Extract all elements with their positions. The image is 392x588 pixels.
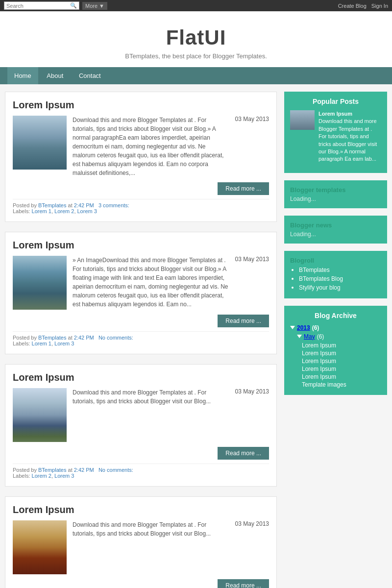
search-input[interactable]: [6, 3, 70, 9]
site-title: FlatUI: [5, 26, 387, 49]
blogroll-list: BTemplates BTemplates Blog Stylify your …: [290, 266, 381, 291]
popular-post-thumb: [290, 110, 315, 130]
more-button[interactable]: More ▼: [82, 2, 107, 10]
author-link[interactable]: BTemplates: [38, 467, 66, 473]
sidebar: Popular Posts Lorem Ipsum Download this …: [284, 92, 387, 588]
blogroll-link-btemplates[interactable]: BTemplates: [299, 267, 330, 273]
blogroll-link-btemplates-blog[interactable]: BTemplates Blog: [299, 275, 343, 282]
archive-month: May (6): [297, 333, 381, 340]
post-footer: Read more ...: [13, 182, 269, 195]
archive-post-link[interactable]: Lorem Ipsum: [302, 342, 381, 349]
blogroll-item: BTemplates Blog: [299, 275, 381, 282]
popular-post-text: Lorem Ipsum Download this and more Blogg…: [318, 110, 381, 163]
read-more-button[interactable]: Read more ...: [218, 182, 269, 195]
label-link[interactable]: Lorem 2: [32, 473, 51, 479]
archive-year: 2013 (6): [290, 324, 381, 331]
blogger-templates-widget: Blogger templates Loading...: [284, 180, 387, 208]
post-title: Lorem Ipsum: [13, 372, 269, 383]
blogger-templates-title: Blogger templates: [290, 186, 381, 194]
blogroll-item: BTemplates: [299, 266, 381, 273]
post-time-link[interactable]: 2:42 PM: [74, 202, 94, 208]
blogger-templates-loading: Loading...: [290, 196, 381, 202]
post-body: » An ImageDownload this and more Blogger…: [13, 256, 269, 310]
post-date: 03 May 2013: [235, 116, 269, 177]
post-footer: Read more ...: [13, 579, 269, 588]
post-meta: Posted by BTemplates at 2:42 PM No comme…: [13, 464, 269, 479]
create-blog-link[interactable]: Create Blog: [338, 3, 367, 9]
post-text: Download this and more Blogger Templates…: [73, 520, 229, 574]
post-title-link[interactable]: Lorem Ipsum: [13, 240, 74, 250]
post-image: [13, 520, 67, 574]
post-title-link[interactable]: Lorem Ipsum: [13, 372, 74, 383]
post-title: Lorem Ipsum: [13, 240, 269, 251]
post-date: 03 May 2013: [235, 256, 269, 310]
topbar-left: 🔍 More ▼: [4, 1, 107, 10]
triangle-down-icon-month: [297, 335, 302, 338]
post-title-link[interactable]: Lorem Ipsum: [13, 99, 74, 110]
comments-link[interactable]: No comments:: [98, 335, 133, 341]
post-image: [13, 256, 67, 310]
label-link[interactable]: Lorem 1: [32, 341, 51, 346]
archive-month-count: (6): [317, 333, 324, 340]
nav-contact[interactable]: Contact: [72, 67, 108, 84]
post-item: Lorem Ipsum Download this and more Blogg…: [5, 496, 277, 588]
archive-post-link[interactable]: Lorem Ipsum: [302, 358, 381, 365]
search-icon: 🔍: [70, 2, 77, 9]
post-title-link[interactable]: Lorem Ipsum: [13, 504, 74, 515]
read-more-button[interactable]: Read more ...: [218, 315, 269, 327]
post-body: Download this and more Blogger Templates…: [13, 116, 269, 177]
label-link[interactable]: Lorem 3: [77, 208, 97, 214]
author-link[interactable]: BTemplates: [38, 202, 66, 208]
post-time-link[interactable]: 2:42 PM: [74, 467, 94, 473]
archive-year-link[interactable]: 2013: [297, 324, 310, 331]
label-link[interactable]: Lorem 3: [54, 473, 74, 479]
popular-post-link[interactable]: Lorem Ipsum: [318, 111, 352, 117]
popular-posts-widget: Popular Posts Lorem Ipsum Download this …: [284, 92, 387, 173]
archive-post-link[interactable]: Lorem Ipsum: [302, 350, 381, 357]
posts-container: Lorem Ipsum Download this and more Blogg…: [5, 92, 277, 588]
post-item: Lorem Ipsum » An ImageDownload this and …: [5, 232, 277, 354]
nav-home[interactable]: Home: [7, 67, 38, 84]
archive-template-link[interactable]: Template images: [302, 381, 381, 388]
post-item: Lorem Ipsum Download this and more Blogg…: [5, 92, 277, 222]
blogroll-link-stylify[interactable]: Stylify your blog: [299, 284, 341, 291]
post-date: 03 May 2013: [235, 520, 269, 574]
archive-month-link[interactable]: May: [304, 333, 315, 340]
blog-archive-title: Blog Archive: [290, 312, 381, 319]
search-wrap[interactable]: 🔍: [4, 1, 79, 10]
archive-links: Lorem Ipsum Lorem Ipsum Lorem Ipsum Lore…: [290, 342, 381, 388]
nav-about[interactable]: About: [40, 67, 70, 84]
label-link[interactable]: Lorem 3: [54, 341, 74, 346]
blogger-news-loading: Loading...: [290, 231, 381, 238]
post-title: Lorem Ipsum: [13, 99, 269, 111]
site-header: FlatUI BTemplates, the best place for Bl…: [0, 11, 392, 67]
comments-link[interactable]: 3 comments:: [98, 202, 129, 208]
post-image: [13, 116, 67, 170]
label-link[interactable]: Lorem 1: [32, 208, 51, 214]
archive-post-link[interactable]: Lorem Ipsum: [302, 373, 381, 380]
archive-year-count: (6): [312, 324, 319, 331]
post-body: Download this and more Blogger Templates…: [13, 388, 269, 442]
navigation: Home About Contact: [0, 67, 392, 84]
post-meta: Posted by BTemplates at 2:42 PM No comme…: [13, 331, 269, 346]
sign-in-link[interactable]: Sign In: [371, 3, 388, 9]
archive-post-link[interactable]: Lorem Ipsum: [302, 366, 381, 372]
read-more-button[interactable]: Read more ...: [218, 447, 269, 460]
triangle-down-icon: [290, 326, 295, 329]
layout: Lorem Ipsum Download this and more Blogg…: [0, 84, 392, 588]
site-tagline: BTemplates, the best place for Blogger T…: [5, 52, 387, 60]
popular-post-excerpt: Download this and more Blogger Templates…: [318, 118, 381, 163]
main-content: Lorem Ipsum Download this and more Blogg…: [5, 92, 277, 588]
author-link[interactable]: BTemplates: [38, 335, 66, 341]
topbar-right: Create Blog Sign In: [338, 3, 388, 9]
blogger-news-widget: Blogger news Loading...: [284, 216, 387, 244]
post-time-link[interactable]: 2:42 PM: [74, 335, 94, 341]
blogroll-widget: Blogroll BTemplates BTemplates Blog Styl…: [284, 251, 387, 298]
post-text: » An ImageDownload this and more Blogger…: [73, 256, 229, 310]
label-link[interactable]: Lorem 2: [54, 208, 74, 214]
post-text: Download this and more Blogger Templates…: [73, 388, 229, 442]
read-more-button[interactable]: Read more ...: [218, 579, 269, 588]
comments-link[interactable]: No comments:: [98, 467, 133, 473]
blogger-news-title: Blogger news: [290, 221, 381, 229]
post-meta: Posted by BTemplates at 2:42 PM 3 commen…: [13, 199, 269, 214]
